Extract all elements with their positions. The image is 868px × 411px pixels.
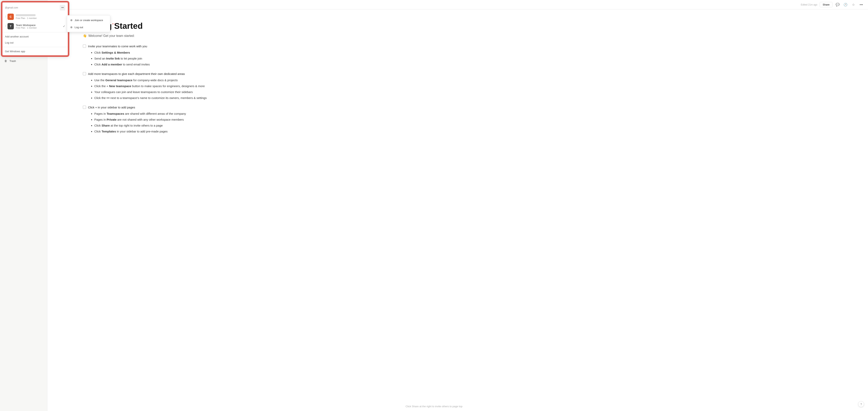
topbar: Getting Started Edited 21m ago Share 💬 🕐… [48, 0, 868, 9]
popup-gmail-text: @gmail.com [5, 6, 18, 9]
logout-button[interactable]: Log out [2, 40, 68, 46]
page-content-area: Getting Started 👋 Welcome! Get your team… [48, 9, 868, 411]
account-avatar-0: C [7, 13, 14, 20]
checkbox-2[interactable] [83, 106, 86, 109]
bullet-2-3: Click Templates in your sidebar to add p… [94, 129, 186, 134]
popup-divider-1 [2, 32, 68, 32]
comments-icon[interactable]: 💬 [835, 2, 840, 7]
bullet-0-2: Click Add a member to send email invites [94, 62, 150, 67]
bullet-list-2: Pages in Teamspaces are shared with diff… [94, 111, 186, 134]
bullet-1-3: Click the ••• next to a teamspace's name… [94, 96, 207, 100]
add-account-button[interactable]: Add another account [2, 34, 68, 40]
get-windows-app-button[interactable]: Get Windows app [2, 48, 68, 55]
sidebar: T Team Workspace ❮❮ @gmail.com ••• ⠿ C F… [0, 0, 48, 411]
history-icon[interactable]: 🕐 [843, 2, 848, 7]
subtitle-emoji: 👋 [83, 34, 87, 38]
bullet-1-0: Use the General teamspace for company-wi… [94, 78, 207, 82]
sidebar-item-label-trash: Trash [9, 60, 16, 63]
account-plan-0: Free Plan · 1 member [16, 17, 65, 19]
account-name-0 [16, 14, 35, 16]
subtitle-text: Welcome! Get your team started: [88, 34, 134, 38]
workspace-header[interactable]: T Team Workspace ❮❮ @gmail.com ••• ⠿ C F… [0, 0, 47, 10]
account-row-0[interactable]: ⠿ C Free Plan · 1 member [2, 12, 68, 22]
todo-item-2: Click + in your sidebar to add pages Pag… [83, 105, 833, 135]
page-footer-hint: Click Share at the right to invite other… [406, 405, 462, 408]
bullet-1-2: Your colleagues can join and leave teams… [94, 90, 207, 95]
topbar-right: Edited 21m ago Share 💬 🕐 ☆ ••• [801, 2, 864, 7]
sub-popup: ⊕ Join or create workspace ← ⊗ Log out [67, 15, 110, 32]
share-button[interactable]: Share [820, 2, 833, 7]
bullet-0-1: Send an Invite link to let people join [94, 56, 150, 61]
logout-circle-icon: ⊗ [70, 26, 72, 29]
star-icon[interactable]: ☆ [850, 2, 856, 7]
bullet-list-0: Click Settings & Members Send an Invite … [94, 50, 150, 67]
sub-logout-button[interactable]: ⊗ Log out [67, 24, 110, 31]
bullet-0-0: Click Settings & Members [94, 50, 150, 55]
join-create-workspace-button[interactable]: ⊕ Join or create workspace ← [67, 16, 110, 24]
page-subtitle: 👋 Welcome! Get your team started: [83, 34, 833, 38]
todo-text-0: Invite your teammates to come work with … [88, 44, 150, 49]
checkmark-icon: ✓ [63, 25, 65, 28]
sidebar-item-trash[interactable]: 🗑 Trash [1, 58, 46, 64]
join-create-label: Join or create workspace [74, 19, 103, 22]
bullet-list-1: Use the General teamspace for company-wi… [94, 78, 207, 100]
help-button[interactable]: ? [858, 401, 864, 407]
account-popup: @gmail.com ••• ⠿ C Free Plan · 1 member … [2, 2, 69, 56]
main-content: Getting Started Edited 21m ago Share 💬 🕐… [48, 0, 868, 411]
bullet-2-2: Click Share at the top right to invite o… [94, 123, 186, 128]
bullet-1-1: Click the + New teamspace button to make… [94, 84, 207, 89]
dots-icon: ••• [61, 6, 64, 9]
trash-icon: 🗑 [4, 59, 8, 63]
drag-handle-icon-1: ⠿ [5, 25, 7, 28]
todo-item-1: Add more teamspaces to give each departm… [83, 72, 833, 102]
account-row-1[interactable]: ⠿ T Team Workspace Free Plan · 1 member … [2, 22, 68, 31]
sub-logout-label: Log out [74, 26, 83, 29]
todo-text-1: Add more teamspaces to give each departm… [88, 72, 207, 76]
arrow-icon: ← [111, 21, 116, 26]
checkbox-1[interactable] [83, 72, 86, 75]
account-avatar-1: T [7, 23, 14, 29]
account-name-1: Team Workspace [16, 24, 63, 27]
page-title: Getting Started [83, 21, 833, 31]
bullet-2-1: Pages in Private are not shared with any… [94, 117, 186, 122]
more-options-icon[interactable]: ••• [859, 2, 864, 7]
checkbox-0[interactable] [83, 44, 86, 48]
drag-handle-icon: ⠿ [5, 15, 7, 18]
bullet-2-0: Pages in Teamspaces are shared with diff… [94, 111, 186, 116]
popup-gmail-row: @gmail.com ••• [2, 3, 68, 12]
popup-divider-2 [2, 47, 68, 47]
todo-text-2: Click + in your sidebar to add pages [88, 105, 186, 110]
account-info-1: Team Workspace Free Plan · 1 member [16, 24, 63, 29]
sidebar-nav: ▶ 📋 Meetings ▶ 📄 Docs Private + ▶ 📄 Gett… [0, 10, 47, 411]
plus-circle-icon: ⊕ [70, 19, 72, 22]
popup-dots-button[interactable]: ••• [60, 5, 65, 10]
account-plan-1: Free Plan · 1 member [16, 27, 63, 29]
account-info-0: Free Plan · 1 member [16, 14, 65, 19]
todo-item-0: Invite your teammates to come work with … [83, 44, 833, 68]
edited-timestamp: Edited 21m ago [801, 3, 817, 6]
